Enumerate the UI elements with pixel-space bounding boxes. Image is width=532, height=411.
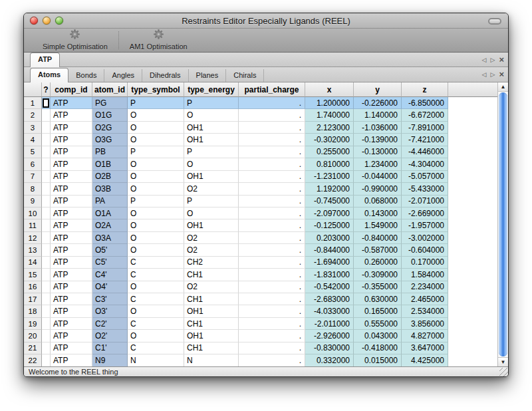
tab-scroll-right-icon[interactable]: ▷ [490, 71, 495, 78]
type-symbol-cell[interactable]: O [128, 330, 184, 342]
type-energy-cell[interactable]: OH1 [184, 134, 239, 146]
type-energy-cell[interactable]: OH1 [184, 305, 239, 317]
table-row[interactable]: 12ATPO3AOO2.0.203000-0.840000-3.002000 [24, 232, 497, 244]
partial-charge-cell[interactable]: . [239, 257, 305, 269]
comp-id-cell[interactable]: ATP [51, 354, 92, 366]
partial-charge-cell[interactable]: . [239, 232, 305, 244]
flag-cell[interactable] [42, 244, 51, 256]
atom-id-cell[interactable]: C2' [92, 318, 128, 330]
tab-close-icon[interactable]: × [499, 57, 504, 63]
x-coordinate-cell[interactable]: -2.011000 [305, 318, 354, 330]
y-coordinate-cell[interactable]: 0.143000 [354, 207, 402, 219]
z-coordinate-cell[interactable]: -4.446000 [402, 146, 448, 158]
table-row[interactable]: 20ATPO2'OOH1.-2.9260000.0430004.827000 [24, 330, 497, 342]
type-energy-cell[interactable]: O [184, 109, 239, 121]
comp-id-cell[interactable]: ATP [51, 134, 92, 146]
atom-id-cell[interactable]: C4' [92, 269, 128, 281]
flag-cell[interactable] [42, 158, 51, 170]
comp-id-cell[interactable]: ATP [51, 330, 92, 342]
flag-cell[interactable] [42, 281, 51, 293]
atom-id-cell[interactable]: O1A [92, 207, 128, 219]
type-symbol-cell[interactable]: O [128, 183, 184, 195]
type-symbol-cell[interactable]: C [128, 318, 184, 330]
x-coordinate-cell[interactable]: -2.097000 [305, 207, 354, 219]
atom-id-cell[interactable]: PA [92, 196, 128, 207]
comp-id-cell[interactable]: ATP [51, 109, 92, 121]
type-symbol-cell[interactable]: O [128, 207, 184, 219]
atom-id-cell[interactable]: N9 [92, 354, 128, 366]
flag-cell[interactable] [42, 183, 51, 195]
type-symbol-cell[interactable]: O [128, 232, 184, 244]
type-symbol-cell[interactable]: O [128, 122, 184, 134]
x-coordinate-cell[interactable]: 1.192000 [305, 183, 354, 195]
type-symbol-cell[interactable]: O [128, 281, 184, 293]
vertical-scrollbar[interactable]: ▲ ▼ [497, 82, 508, 366]
flag-cell[interactable] [42, 257, 51, 269]
partial-charge-cell[interactable]: . [239, 183, 305, 195]
atom-id-cell[interactable]: O2G [92, 122, 128, 134]
x-coordinate-cell[interactable]: 1.200000 [305, 97, 354, 109]
comp-id-cell[interactable]: ATP [51, 219, 92, 231]
column-header-comp_id[interactable]: comp_id [51, 82, 92, 97]
flag-cell[interactable] [42, 318, 51, 330]
tab-section-planes[interactable]: Planes [189, 69, 227, 82]
z-coordinate-cell[interactable]: -4.304000 [402, 158, 448, 170]
column-header-flag[interactable]: ? [42, 82, 51, 97]
type-energy-cell[interactable]: P [184, 196, 239, 207]
x-coordinate-cell[interactable]: -0.844000 [305, 244, 354, 256]
type-energy-cell[interactable]: OH1 [184, 122, 239, 134]
atom-id-cell[interactable]: O1G [92, 109, 128, 121]
type-symbol-cell[interactable]: P [128, 97, 184, 109]
z-coordinate-cell[interactable]: 4.425000 [402, 354, 448, 366]
comp-id-cell[interactable]: ATP [51, 281, 92, 293]
comp-id-cell[interactable]: ATP [51, 342, 92, 354]
type-energy-cell[interactable]: P [184, 97, 239, 109]
atom-id-cell[interactable]: C1' [92, 342, 128, 354]
selected-cell-box[interactable] [43, 98, 49, 108]
atom-id-cell[interactable]: O3G [92, 134, 128, 146]
x-coordinate-cell[interactable]: -2.926000 [305, 330, 354, 342]
x-coordinate-cell[interactable]: -0.830000 [305, 342, 354, 354]
y-coordinate-cell[interactable]: -0.587000 [354, 244, 402, 256]
tab-ligand-atp[interactable]: ATP [30, 53, 60, 67]
partial-charge-cell[interactable]: . [239, 219, 305, 231]
column-header-type_symbol[interactable]: type_symbol [128, 82, 184, 97]
partial-charge-cell[interactable]: . [239, 122, 305, 134]
z-coordinate-cell[interactable]: 1.584000 [402, 269, 448, 281]
y-coordinate-cell[interactable]: 0.260000 [354, 257, 402, 269]
z-coordinate-cell[interactable]: -2.071000 [402, 196, 448, 207]
flag-cell[interactable] [42, 305, 51, 317]
z-coordinate-cell[interactable]: -0.604000 [402, 244, 448, 256]
partial-charge-cell[interactable]: . [239, 318, 305, 330]
atom-id-cell[interactable]: O3A [92, 232, 128, 244]
y-coordinate-cell[interactable]: -0.309000 [354, 269, 402, 281]
z-coordinate-cell[interactable]: -2.669000 [402, 207, 448, 219]
type-energy-cell[interactable]: O [184, 158, 239, 170]
partial-charge-cell[interactable]: . [239, 207, 305, 219]
z-coordinate-cell[interactable]: 2.465000 [402, 293, 448, 305]
column-header-z[interactable]: z [402, 82, 448, 97]
tab-section-bonds[interactable]: Bonds [68, 69, 104, 82]
atom-id-cell[interactable]: O1B [92, 158, 128, 170]
type-energy-cell[interactable]: O2 [184, 281, 239, 293]
table-row[interactable]: 15ATPC4'CCH1.-1.831000-0.3090001.584000 [24, 269, 497, 281]
type-energy-cell[interactable]: OH1 [184, 171, 239, 183]
partial-charge-cell[interactable]: . [239, 171, 305, 183]
y-coordinate-cell[interactable]: -0.130000 [354, 146, 402, 158]
partial-charge-cell[interactable]: . [239, 97, 305, 109]
table-row[interactable]: 10ATPO1AOO.-2.0970000.143000-2.669000 [24, 207, 497, 219]
x-coordinate-cell[interactable]: -1.831000 [305, 269, 354, 281]
x-coordinate-cell[interactable]: 1.740000 [305, 109, 354, 121]
column-header-y[interactable]: y [354, 82, 402, 97]
y-coordinate-cell[interactable]: 0.555000 [354, 318, 402, 330]
type-energy-cell[interactable]: O2 [184, 183, 239, 195]
type-energy-cell[interactable]: CH1 [184, 293, 239, 305]
table-row[interactable]: 22ATPN9NN.0.3320000.0150004.425000 [24, 354, 497, 366]
type-symbol-cell[interactable]: O [128, 219, 184, 231]
partial-charge-cell[interactable]: . [239, 109, 305, 121]
comp-id-cell[interactable]: ATP [51, 318, 92, 330]
y-coordinate-cell[interactable]: -0.355000 [354, 281, 402, 293]
tab-section-atoms[interactable]: Atoms [30, 68, 68, 82]
y-coordinate-cell[interactable]: 0.015000 [354, 354, 402, 366]
x-coordinate-cell[interactable]: -0.745000 [305, 196, 354, 207]
